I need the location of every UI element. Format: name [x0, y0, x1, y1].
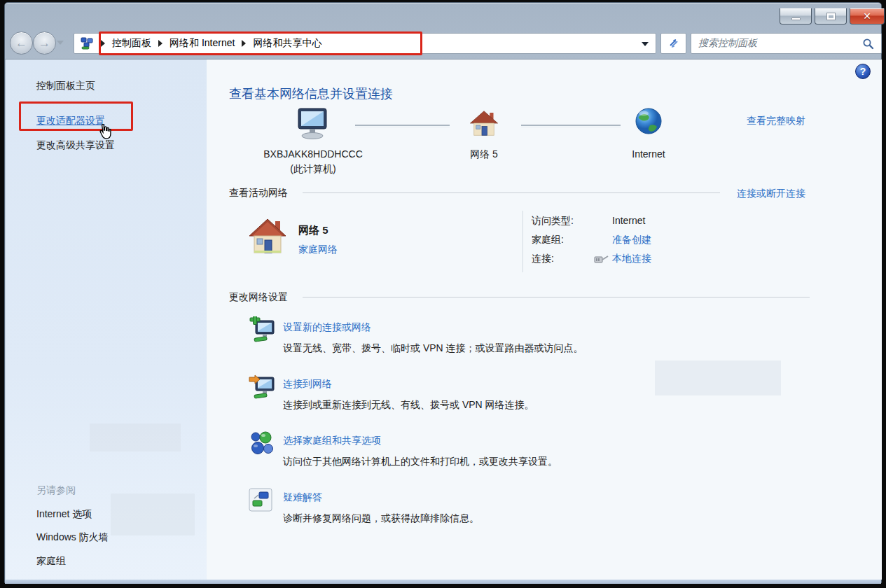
explorer-window: ✕ ← → 控制面板 网络和 Internet 网络和共享中心: [4, 2, 882, 583]
connect-to-network-icon[interactable]: [249, 373, 275, 400]
sidebar-item-homegroup[interactable]: 家庭组: [36, 555, 66, 568]
maximize-icon: [827, 13, 835, 20]
refresh-icon: [667, 37, 680, 50]
help-button[interactable]: ?: [855, 64, 871, 79]
connections-label: 连接:: [532, 253, 554, 265]
view-full-map-link[interactable]: 查看完整映射: [728, 115, 805, 127]
sidebar-item-control-panel-home[interactable]: 控制面板主页: [36, 80, 95, 92]
forward-button[interactable]: →: [33, 31, 56, 55]
ethernet-connection-icon: [594, 254, 609, 264]
troubleshoot-link[interactable]: 疑难解答: [283, 491, 322, 504]
see-also-header: 另请参阅: [36, 484, 76, 497]
active-network-house-icon: [248, 217, 287, 255]
homegroup-label: 家庭组:: [532, 234, 564, 246]
annotation-box-breadcrumb: [99, 31, 422, 55]
sidebar-item-windows-firewall[interactable]: Windows 防火墙: [36, 531, 109, 544]
search-icon[interactable]: [862, 38, 874, 50]
connect-to-network-link[interactable]: 连接到网络: [283, 378, 332, 391]
map-computer-sublabel: (此计算机): [250, 163, 376, 176]
access-type-label: 访问类型:: [532, 215, 574, 227]
homegroup-options-link[interactable]: 选择家庭组和共享选项: [283, 435, 381, 447]
client-area: 控制面板主页 更改适配器设置 更改高级共享设置 另请参阅 Internet 选项…: [6, 59, 882, 580]
computer-icon[interactable]: [296, 108, 329, 140]
search-placeholder: 搜索控制面板: [698, 37, 862, 50]
window-frame-bottom: [5, 580, 881, 584]
compression-artifact: [655, 360, 781, 396]
page-title: 查看基本网络信息并设置连接: [229, 85, 393, 102]
local-connection-link[interactable]: 本地连接: [612, 253, 651, 265]
connect-to-network-desc: 连接到或重新连接到无线、有线、拨号或 VPN 网络连接。: [283, 399, 534, 412]
minimize-icon: [791, 18, 801, 20]
troubleshoot-icon[interactable]: [249, 488, 272, 512]
close-icon: ✕: [863, 11, 871, 21]
map-connection-line: [355, 125, 450, 127]
setup-new-connection-link[interactable]: 设置新的连接或网络: [283, 321, 371, 334]
back-button[interactable]: ←: [10, 31, 33, 55]
active-network-name: 网络 5: [298, 224, 328, 237]
section-divider: [303, 297, 810, 298]
troubleshoot-desc: 诊断并修复网络问题，或获得故障排除信息。: [283, 512, 479, 525]
close-button[interactable]: ✕: [850, 8, 885, 24]
map-connection-line: [521, 125, 621, 127]
network-house-icon[interactable]: [469, 108, 499, 138]
search-input[interactable]: 搜索控制面板: [691, 33, 882, 54]
map-network-name[interactable]: 网络 5: [449, 148, 519, 161]
details-divider: [522, 211, 523, 272]
maximize-button[interactable]: [815, 8, 847, 24]
compression-artifact: [111, 493, 195, 536]
map-computer-name[interactable]: BXBJAKK8HDDHCCC: [250, 148, 376, 160]
homegroup-options-icon[interactable]: [249, 430, 275, 456]
help-icon: ?: [860, 66, 866, 77]
annotation-box-adapter-settings: [19, 102, 133, 131]
active-networks-header: 查看活动网络: [229, 187, 288, 200]
section-divider: [303, 192, 720, 193]
homegroup-ready-link[interactable]: 准备创建: [612, 234, 651, 246]
change-settings-header: 更改网络设置: [229, 291, 288, 304]
back-arrow-icon: ←: [15, 36, 27, 50]
hand-cursor-icon: [97, 124, 112, 141]
title-bar: ✕: [5, 3, 881, 26]
minimize-button[interactable]: [780, 8, 812, 24]
navigation-bar: ← → 控制面板 网络和 Internet 网络和共享中心: [5, 26, 881, 59]
sidebar-item-internet-options[interactable]: Internet 选项: [36, 508, 92, 521]
map-internet-label: Internet: [614, 148, 684, 160]
setup-new-connection-desc: 设置无线、宽带、拨号、临时或 VPN 连接；或设置路由器或访问点。: [283, 342, 583, 355]
history-dropdown-icon[interactable]: [57, 41, 64, 45]
internet-globe-icon[interactable]: [635, 107, 663, 135]
network-sharing-center-icon: [80, 37, 94, 50]
compression-artifact: [90, 424, 181, 451]
address-dropdown-icon[interactable]: [642, 42, 649, 46]
access-type-value: Internet: [612, 215, 645, 226]
forward-arrow-icon: →: [39, 36, 50, 50]
setup-new-connection-icon[interactable]: [249, 316, 275, 343]
main-pane: ? 查看基本网络信息并设置连接 BXBJAKK8HDDHCCC (此计算机) 网: [207, 59, 880, 580]
network-type-link[interactable]: 家庭网络: [298, 244, 338, 256]
sidebar: 控制面板主页 更改适配器设置 更改高级共享设置 另请参阅 Internet 选项…: [6, 59, 207, 580]
refresh-button[interactable]: [660, 33, 686, 54]
sidebar-item-change-advanced-sharing[interactable]: 更改高级共享设置: [36, 139, 115, 152]
connect-disconnect-link[interactable]: 连接或断开连接: [726, 188, 805, 200]
homegroup-options-desc: 访问位于其他网络计算机上的文件和打印机，或更改共享设置。: [283, 456, 558, 468]
